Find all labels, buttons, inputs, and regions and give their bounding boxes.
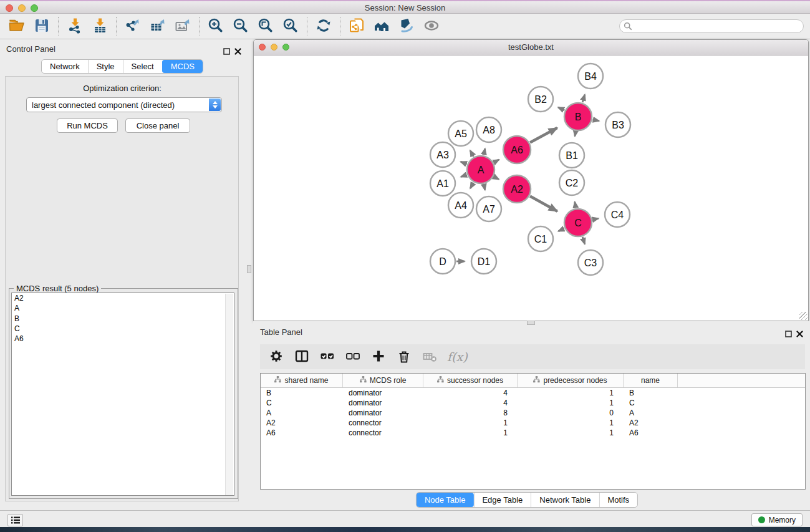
- delete-row-button[interactable]: [396, 348, 412, 365]
- vertical-splitter-handle[interactable]: [247, 265, 251, 273]
- close-panel-button[interactable]: Close panel: [125, 118, 190, 133]
- edge-C-C3[interactable]: [582, 237, 585, 244]
- zoom-in-button[interactable]: [205, 16, 226, 36]
- table-cell[interactable]: A: [624, 408, 678, 418]
- table-row[interactable]: A6connector11A6: [261, 428, 805, 438]
- import-table-button[interactable]: [89, 16, 110, 36]
- edge-A-A4[interactable]: [470, 183, 473, 188]
- table-cell[interactable]: A6: [624, 428, 678, 438]
- node-B1[interactable]: B1: [559, 143, 584, 168]
- tab-edge-table[interactable]: Edge Table: [473, 493, 531, 507]
- table-cell[interactable]: B: [624, 388, 678, 398]
- table-cell[interactable]: 8: [423, 408, 518, 418]
- node-C2[interactable]: C2: [559, 170, 584, 195]
- edge-B-B3[interactable]: [593, 120, 599, 121]
- table-cell[interactable]: 1: [518, 418, 624, 428]
- node-A5[interactable]: A5: [448, 121, 473, 146]
- table-cell[interactable]: B: [261, 388, 343, 398]
- mcds-result-item[interactable]: A: [12, 303, 234, 313]
- zoom-selected-button[interactable]: [280, 16, 301, 36]
- table-cell[interactable]: dominator: [343, 398, 423, 408]
- mcds-result-item[interactable]: A6: [12, 334, 234, 344]
- table-cell[interactable]: C: [261, 398, 343, 408]
- export-image-button[interactable]: [172, 16, 193, 36]
- node-A3[interactable]: A3: [430, 142, 455, 167]
- edge-A-A6[interactable]: [494, 160, 499, 162]
- tab-mcds[interactable]: MCDS: [162, 60, 203, 73]
- mcds-result-item[interactable]: B: [12, 314, 234, 324]
- table-cell[interactable]: dominator: [343, 388, 423, 398]
- hide-graphics-details-button[interactable]: [396, 16, 417, 36]
- table-row[interactable]: Bdominator41B: [261, 388, 805, 398]
- select-all-button[interactable]: [319, 348, 335, 365]
- node-A7[interactable]: A7: [476, 196, 501, 221]
- table-cell[interactable]: A6: [261, 428, 343, 438]
- node-C1[interactable]: C1: [528, 226, 553, 251]
- node-A2[interactable]: A2: [503, 175, 531, 203]
- network-view-titlebar[interactable]: testGlobe.txt: [254, 40, 808, 56]
- columns-button[interactable]: [294, 348, 310, 365]
- search-input[interactable]: [619, 19, 804, 33]
- open-file-button[interactable]: [6, 16, 27, 36]
- edge-C-C2[interactable]: [575, 202, 576, 208]
- node-A6[interactable]: A6: [503, 136, 531, 163]
- table-cell[interactable]: C: [624, 398, 678, 408]
- table-cell[interactable]: 4: [423, 388, 518, 398]
- edge-B-B4[interactable]: [582, 95, 585, 102]
- node-C[interactable]: C: [564, 209, 592, 236]
- tab-select[interactable]: Select: [123, 60, 162, 73]
- column-header-shared-name[interactable]: shared name: [261, 374, 343, 387]
- edge-C-C1[interactable]: [558, 229, 564, 231]
- table-cell[interactable]: 4: [423, 398, 518, 408]
- show-graphics-details-button[interactable]: [421, 16, 442, 36]
- node-C4[interactable]: C4: [605, 202, 630, 227]
- tab-style[interactable]: Style: [88, 60, 123, 73]
- edge-A-A8[interactable]: [484, 148, 485, 155]
- network-graph[interactable]: B4B2BB3A5A8A6B1A3AA1C2A2A4A7C4CC1DD1C3: [254, 56, 808, 321]
- tab-network[interactable]: Network: [42, 60, 88, 73]
- edge-A6-B[interactable]: [530, 128, 557, 143]
- network-from-file-button[interactable]: [346, 16, 367, 36]
- table-cell[interactable]: 1: [518, 398, 624, 408]
- vertical-splitter[interactable]: [244, 39, 253, 510]
- deselect-all-button[interactable]: [345, 348, 361, 365]
- node-B2[interactable]: B2: [528, 87, 553, 112]
- criterion-select[interactable]: largest connected component (directed): [26, 97, 222, 112]
- node-B4[interactable]: B4: [578, 64, 603, 89]
- table-cell[interactable]: A2: [261, 418, 343, 428]
- table-cell[interactable]: 1: [518, 388, 624, 398]
- tab-network-table[interactable]: Network Table: [531, 493, 599, 507]
- table-cell[interactable]: 1: [423, 418, 518, 428]
- node-A4[interactable]: A4: [448, 193, 473, 218]
- node-D1[interactable]: D1: [471, 249, 496, 274]
- save-session-button[interactable]: [31, 16, 52, 36]
- node-C3[interactable]: C3: [578, 250, 603, 275]
- node-A[interactable]: A: [467, 156, 494, 183]
- node-D[interactable]: D: [430, 249, 455, 274]
- edge-B-B1[interactable]: [575, 132, 576, 137]
- table-panel-float-icon[interactable]: [785, 329, 792, 340]
- edge-A-A7[interactable]: [484, 185, 485, 190]
- table-cell[interactable]: 1: [518, 428, 624, 438]
- control-panel-float-icon[interactable]: [223, 46, 230, 57]
- edge-A-A5[interactable]: [470, 150, 473, 157]
- window-resize-grip[interactable]: [799, 312, 808, 320]
- mcds-result-item[interactable]: A2: [12, 293, 234, 303]
- horizontal-splitter-handle[interactable]: [527, 321, 535, 325]
- node-B3[interactable]: B3: [605, 112, 630, 137]
- table-cell[interactable]: dominator: [343, 408, 423, 418]
- tab-motifs[interactable]: Motifs: [599, 493, 637, 507]
- column-header-successor-nodes[interactable]: successor nodes: [423, 374, 518, 387]
- mcds-result-list[interactable]: A2ABCA6: [11, 293, 234, 496]
- edge-A2-C[interactable]: [530, 196, 557, 211]
- import-network-button[interactable]: [64, 16, 85, 36]
- column-header-MCDS-role[interactable]: MCDS role: [343, 374, 423, 387]
- node-table[interactable]: shared nameMCDS rolesuccessor nodesprede…: [260, 373, 806, 490]
- table-cell[interactable]: connector: [343, 418, 423, 428]
- column-header-name[interactable]: name: [624, 374, 678, 387]
- export-network-button[interactable]: [122, 16, 143, 36]
- table-cell[interactable]: connector: [343, 428, 423, 438]
- edge-B-B2[interactable]: [558, 107, 564, 110]
- node-A8[interactable]: A8: [476, 117, 501, 142]
- mcds-list-scrollbar[interactable]: [225, 294, 233, 496]
